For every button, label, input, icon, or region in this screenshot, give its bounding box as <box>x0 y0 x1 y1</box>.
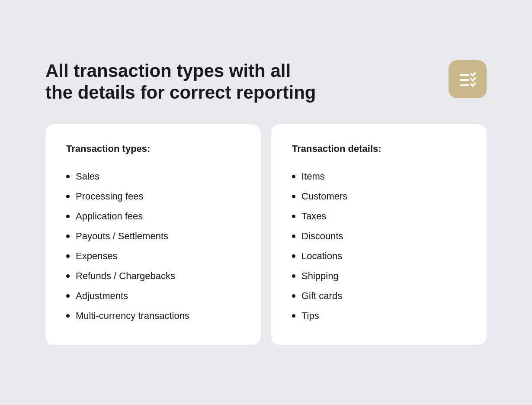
bullet-icon <box>292 314 295 318</box>
bullet-icon <box>292 195 295 198</box>
list-item: Locations <box>292 246 466 266</box>
list-item: Multi-currency transactions <box>66 306 240 326</box>
svg-rect-2 <box>460 84 469 86</box>
bullet-icon <box>292 235 295 238</box>
bullet-icon <box>292 215 295 218</box>
page-title: All transaction types with all the detai… <box>45 60 316 104</box>
list-item: Application fees <box>66 206 240 226</box>
svg-rect-1 <box>460 79 469 81</box>
svg-rect-0 <box>460 74 469 76</box>
bullet-icon <box>66 235 70 238</box>
list-item: Expenses <box>66 246 240 266</box>
list-item: Gift cards <box>292 286 466 306</box>
list-item: Shipping <box>292 266 466 286</box>
bullet-icon <box>66 314 70 318</box>
checklist-icon-badge <box>449 60 487 98</box>
bullet-icon <box>292 294 295 298</box>
list-item: Processing fees <box>66 186 240 206</box>
list-item: Items <box>292 167 466 186</box>
list-item: Tips <box>292 306 466 326</box>
list-item: Adjustments <box>66 286 240 306</box>
transaction-details-title: Transaction details: <box>292 143 466 154</box>
bullet-icon <box>66 274 70 278</box>
bullet-icon <box>292 274 295 278</box>
checklist-icon <box>458 70 477 89</box>
bullet-icon <box>292 175 295 178</box>
list-item: Discounts <box>292 226 466 246</box>
header: All transaction types with all the detai… <box>45 60 487 104</box>
list-item: Taxes <box>292 206 466 226</box>
cards-row: Transaction types: Sales Processing fees… <box>45 124 487 345</box>
list-item: Payouts / Settlements <box>66 226 240 246</box>
list-item: Customers <box>292 186 466 206</box>
list-item: Refunds / Chargebacks <box>66 266 240 286</box>
main-container: All transaction types with all the detai… <box>28 34 504 371</box>
bullet-icon <box>292 254 295 258</box>
bullet-icon <box>66 294 70 298</box>
list-item: Sales <box>66 167 240 186</box>
transaction-types-card: Transaction types: Sales Processing fees… <box>45 124 261 345</box>
bullet-icon <box>66 215 70 218</box>
transaction-details-list: Items Customers Taxes Discounts Location… <box>292 167 466 326</box>
bullet-icon <box>66 254 70 258</box>
bullet-icon <box>66 195 70 198</box>
transaction-types-title: Transaction types: <box>66 143 240 154</box>
bullet-icon <box>66 175 70 178</box>
transaction-details-card: Transaction details: Items Customers Tax… <box>271 124 487 345</box>
transaction-types-list: Sales Processing fees Application fees P… <box>66 167 240 326</box>
